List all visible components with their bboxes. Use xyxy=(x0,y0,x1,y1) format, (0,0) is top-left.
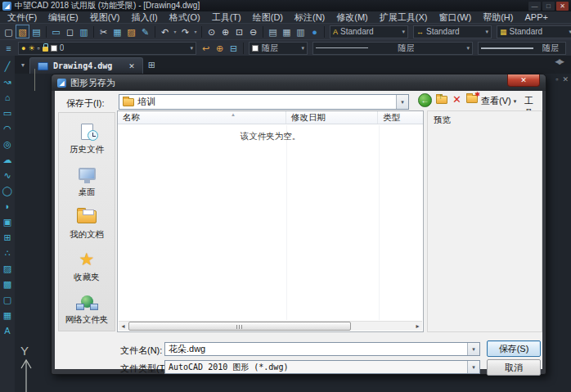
revcloud-icon[interactable]: ☁ xyxy=(1,151,14,167)
match-properties-icon[interactable]: ✎ xyxy=(138,25,152,38)
polygon-icon[interactable]: ⌂ xyxy=(1,89,14,105)
lineweight-combo[interactable]: 随层 xyxy=(478,42,566,55)
layer-previous-icon[interactable]: ↩ xyxy=(199,41,213,55)
arc-icon[interactable]: ◠ xyxy=(1,120,14,136)
menu-modify[interactable]: 修改(M) xyxy=(330,11,374,23)
zoom-window-icon[interactable]: ⊡ xyxy=(232,25,246,38)
paste-icon[interactable]: ▨ xyxy=(124,25,138,38)
menu-edit[interactable]: 编辑(E) xyxy=(43,11,84,23)
design-center-icon[interactable]: ▦ xyxy=(280,25,294,38)
region-icon[interactable]: ▢ xyxy=(1,291,14,307)
plot-icon[interactable]: ▭ xyxy=(49,25,63,38)
new-drawing-icon[interactable]: ⊞ xyxy=(148,60,155,70)
back-icon[interactable]: ← xyxy=(418,93,432,107)
menu-app-plus[interactable]: APP+ xyxy=(519,11,553,23)
make-block-icon[interactable]: ⊞ xyxy=(1,229,14,245)
undo-dropdown-icon[interactable]: ▾ xyxy=(172,29,178,34)
doc-close-icon[interactable]: ✕ xyxy=(562,75,569,83)
column-type[interactable]: 类型 xyxy=(378,111,423,124)
copy-icon[interactable]: ▦ xyxy=(110,25,124,38)
properties-icon[interactable]: ▤ xyxy=(266,25,280,38)
cut-icon[interactable]: ✂ xyxy=(97,25,110,38)
menu-file[interactable]: 文件(F) xyxy=(2,11,43,23)
text-style-combo[interactable]: A Standard ▾ xyxy=(330,25,408,38)
view-menu-button[interactable]: 查看(V)▾ xyxy=(481,95,516,107)
column-date-modified[interactable]: 修改日期 xyxy=(286,111,378,124)
spline-icon[interactable]: ∿ xyxy=(1,167,14,182)
open-icon[interactable]: ▧ xyxy=(16,25,29,38)
undo-icon[interactable]: ↶ xyxy=(158,25,172,38)
point-icon[interactable]: ∴ xyxy=(1,245,14,260)
tab-overflow-icon[interactable]: ▾ xyxy=(21,61,25,69)
place-network[interactable]: 网络文件夹 xyxy=(59,288,115,329)
scroll-right-icon[interactable]: ▸ xyxy=(413,322,422,331)
table-style-combo[interactable]: ▦ Standard ▾ xyxy=(497,25,571,38)
ellipse-arc-icon[interactable]: ◗ xyxy=(1,198,14,214)
menu-help[interactable]: 帮助(H) xyxy=(477,11,519,23)
minimize-button[interactable]: — xyxy=(528,2,541,11)
doc-restore-icon[interactable]: ▫ xyxy=(555,75,558,83)
gradient-icon[interactable]: ▩ xyxy=(1,276,14,291)
maximize-button[interactable]: □ xyxy=(542,2,555,11)
polyline-icon[interactable]: ↝ xyxy=(1,74,14,89)
linetype-combo[interactable]: 随层 ▾ xyxy=(312,42,473,55)
menu-window[interactable]: 窗口(W) xyxy=(433,11,477,23)
dialog-close-button[interactable]: ✕ xyxy=(507,74,540,87)
layers-icon[interactable]: ≡ xyxy=(2,41,16,55)
line-icon[interactable]: ╱ xyxy=(1,58,14,74)
zoom-realtime-icon[interactable]: ⊕ xyxy=(218,25,232,38)
chevron-down-icon[interactable]: ▾ xyxy=(467,361,479,373)
pan-icon[interactable]: ⊙ xyxy=(205,25,218,38)
plot-preview-icon[interactable]: ◻ xyxy=(63,25,77,38)
horizontal-scrollbar[interactable]: ◂ ▸ xyxy=(119,321,422,331)
redo-dropdown-icon[interactable]: ▾ xyxy=(192,29,199,34)
file-type-combo[interactable]: AutoCAD 2010 图形 (*.dwg) ▾ xyxy=(164,360,480,374)
file-name-input[interactable]: 花朵.dwg ▾ xyxy=(164,342,480,356)
make-current-icon[interactable]: ⊕ xyxy=(213,41,227,55)
layer-combo[interactable]: ● ☀ ▫ 0 ▾ xyxy=(18,42,196,55)
chevron-down-icon[interactable]: ▾ xyxy=(396,95,408,109)
publish-icon[interactable]: ▥ xyxy=(77,25,91,38)
hatch-icon[interactable]: ▨ xyxy=(1,260,14,276)
redo-icon[interactable]: ↷ xyxy=(178,25,192,38)
up-one-level-icon[interactable]: ↑ xyxy=(435,94,448,105)
delete-icon[interactable]: ✕ xyxy=(452,93,461,106)
zoom-previous-icon[interactable]: ⊖ xyxy=(246,25,260,38)
menu-dimension[interactable]: 标注(N) xyxy=(289,11,330,23)
menu-format[interactable]: 格式(O) xyxy=(164,11,206,23)
layer-states-icon[interactable]: ⊟ xyxy=(227,41,241,55)
scrollbar-thumb[interactable] xyxy=(128,322,351,331)
insert-block-icon[interactable]: ▣ xyxy=(1,214,14,229)
place-desktop[interactable]: 桌面 xyxy=(59,160,115,201)
column-name[interactable]: 名称 ▲ xyxy=(118,111,286,124)
place-documents[interactable]: 我的文档 xyxy=(59,203,115,244)
circle-icon[interactable]: ◎ xyxy=(1,136,14,151)
close-button[interactable]: ✕ xyxy=(556,2,569,11)
save-button[interactable]: 保存(S) xyxy=(487,340,541,357)
rectangle-icon[interactable]: ▭ xyxy=(1,105,14,120)
menu-insert[interactable]: 插入(I) xyxy=(125,11,163,23)
table-icon[interactable]: ▦ xyxy=(1,307,14,322)
place-favorites[interactable]: ★ 收藏夹 xyxy=(59,246,115,286)
collapse-arrows-icon[interactable]: ◀▶ xyxy=(555,57,563,65)
new-icon[interactable]: ▢ xyxy=(2,25,16,38)
menu-view[interactable]: 视图(V) xyxy=(84,11,126,23)
color-combo[interactable]: 随层 ▾ xyxy=(249,42,308,55)
tab-drawing4[interactable]: Drawing4.dwg ✕ xyxy=(29,57,143,74)
dim-style-combo[interactable]: ↔ Standard ▾ xyxy=(413,25,492,38)
cancel-button[interactable]: 取消 xyxy=(487,359,541,376)
chevron-down-icon[interactable]: ▾ xyxy=(467,343,479,355)
help-online-icon[interactable]: ● xyxy=(308,25,321,38)
file-list[interactable]: 名称 ▲ 修改日期 类型 该文件夹为空。 ◂ ▸ xyxy=(117,110,424,332)
ellipse-icon[interactable]: ◯ xyxy=(1,182,14,198)
place-history[interactable]: 历史文件 xyxy=(59,118,115,159)
new-folder-icon[interactable]: ✱ xyxy=(465,94,479,105)
dialog-title-bar[interactable]: ◢ 图形另存为 ✕ xyxy=(52,74,546,91)
tab-close-icon[interactable]: ✕ xyxy=(128,62,135,70)
menu-tools[interactable]: 工具(T) xyxy=(206,11,247,23)
menu-express[interactable]: 扩展工具(X) xyxy=(374,11,434,23)
save-icon[interactable]: ▤ xyxy=(29,25,43,38)
tool-palettes-icon[interactable]: ▥ xyxy=(294,25,308,38)
save-in-combo[interactable]: 培训 ▾ xyxy=(119,94,409,110)
menu-draw[interactable]: 绘图(D) xyxy=(247,11,289,23)
